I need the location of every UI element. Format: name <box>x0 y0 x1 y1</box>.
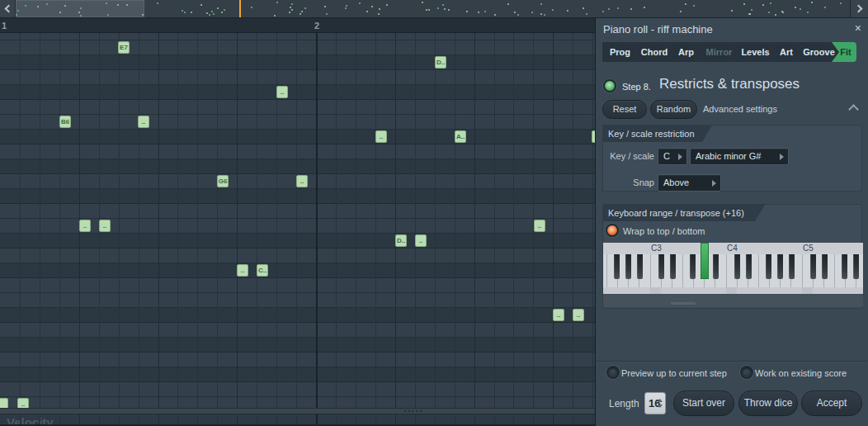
black-key[interactable] <box>777 254 783 279</box>
black-key[interactable] <box>822 254 828 279</box>
preview-note-dot <box>586 13 587 15</box>
note[interactable]: .. <box>553 309 564 321</box>
grid-line <box>237 33 238 408</box>
black-key[interactable] <box>713 254 719 279</box>
note[interactable]: A.. <box>455 130 466 143</box>
black-key[interactable] <box>658 254 664 279</box>
highlighted-key-gsharp3[interactable] <box>701 243 709 279</box>
scroll-left-button[interactable] <box>0 0 16 17</box>
preview-note-dot <box>300 13 301 15</box>
grid-line <box>139 33 139 408</box>
grid-row <box>0 144 595 159</box>
note[interactable]: .. <box>237 264 248 277</box>
note[interactable]: .. <box>573 309 584 321</box>
note[interactable]: D.. <box>395 234 407 247</box>
tab-prog[interactable]: Prog <box>602 42 638 62</box>
throw-dice-button[interactable]: Throw dice <box>738 390 798 416</box>
random-button[interactable]: Random <box>650 100 697 119</box>
black-key[interactable] <box>842 254 847 279</box>
black-key[interactable] <box>625 254 631 279</box>
note[interactable]: .. <box>138 116 149 128</box>
note[interactable]: B6 <box>59 116 71 128</box>
note[interactable]: C.. <box>257 264 268 277</box>
wrap-radio-label[interactable]: Wrap to top / bottom <box>623 226 705 236</box>
note[interactable] <box>0 398 8 408</box>
black-key[interactable] <box>690 254 696 279</box>
black-key[interactable] <box>789 254 795 279</box>
black-key[interactable] <box>810 254 816 279</box>
preview-note-dot <box>25 5 26 7</box>
keyboard-scrollbar[interactable] <box>603 295 863 307</box>
preview-note-dot <box>751 9 752 11</box>
preview-step-radio[interactable] <box>608 367 618 377</box>
octave-label: C4 <box>727 244 738 253</box>
pattern-preview[interactable] <box>16 0 850 17</box>
accept-button[interactable]: Accept <box>801 390 862 416</box>
black-key[interactable] <box>637 254 643 279</box>
preview-note-dot <box>366 11 368 12</box>
black-key[interactable] <box>766 254 771 279</box>
black-key[interactable] <box>734 254 740 279</box>
note[interactable]: G6 <box>217 175 229 187</box>
preview-note-dot <box>540 3 542 5</box>
preview-step-radio-label[interactable]: Preview up to current step <box>621 368 727 378</box>
preview-note-dot <box>378 13 380 15</box>
white-key-separator <box>606 254 607 287</box>
step-active-led[interactable] <box>605 81 615 91</box>
preview-note-dot <box>107 14 109 16</box>
note[interactable]: .. <box>534 220 545 232</box>
existing-score-radio-label[interactable]: Work on existing score <box>755 368 847 378</box>
note[interactable]: .. <box>17 398 29 408</box>
grid-line <box>395 33 396 408</box>
note[interactable]: D.. <box>435 56 446 69</box>
close-icon[interactable]: × <box>855 22 861 34</box>
preview-note-dot <box>301 11 303 12</box>
grid-line <box>435 33 436 408</box>
grid-row <box>0 70 595 85</box>
stepper-up-icon[interactable] <box>658 399 663 402</box>
preview-note-dot <box>840 2 842 4</box>
timeline-ruler[interactable]: 12 <box>0 18 595 33</box>
scale-select[interactable]: Arabic minor G# <box>690 148 789 165</box>
preview-note-dot <box>693 5 695 7</box>
black-key[interactable] <box>614 254 620 279</box>
length-stepper[interactable]: 16 <box>644 392 666 414</box>
velocity-divider-handle[interactable] <box>0 408 595 414</box>
black-key[interactable] <box>853 254 859 279</box>
playhead-marker[interactable] <box>239 0 241 17</box>
preview-note-dot <box>371 6 373 7</box>
preview-note-dot <box>762 4 764 6</box>
key-select[interactable]: C <box>658 148 687 165</box>
piano-roll-grid[interactable]: E7D....B6....A..G6........D......C......… <box>0 33 595 408</box>
note[interactable]: E7 <box>118 41 130 54</box>
note[interactable]: .. <box>79 220 91 232</box>
note[interactable]: .. <box>415 234 427 247</box>
keyboard-scrollbar-handle[interactable] <box>671 302 696 305</box>
stepper-down-icon[interactable] <box>658 405 663 408</box>
key-select-value: C <box>663 151 670 161</box>
white-key-separator <box>682 254 683 287</box>
note[interactable]: .. <box>296 175 308 187</box>
dropdown-arrow-icon <box>678 154 682 160</box>
grid-line <box>119 33 120 408</box>
note[interactable]: .. <box>375 130 387 143</box>
start-over-button[interactable]: Start over <box>673 390 734 416</box>
chevron-up-icon[interactable] <box>848 104 859 115</box>
preview-note-dot <box>426 9 427 11</box>
grid-line <box>20 33 21 408</box>
snap-select[interactable]: Above <box>658 174 721 192</box>
wrap-radio-led[interactable] <box>607 225 617 235</box>
black-key[interactable] <box>746 254 752 279</box>
advanced-settings-label[interactable]: Advanced settings <box>703 104 777 114</box>
scroll-right-button[interactable] <box>850 0 868 17</box>
note[interactable]: .. <box>276 86 288 98</box>
note[interactable]: .. <box>99 220 111 232</box>
reset-button[interactable]: Reset <box>602 100 647 119</box>
existing-score-radio[interactable] <box>742 367 752 377</box>
preview-scroll-strip[interactable] <box>0 0 868 18</box>
octave-key-shadow <box>650 287 661 294</box>
preview-note-dot <box>807 12 809 13</box>
black-key[interactable] <box>670 254 676 279</box>
range-keyboard[interactable]: C3C4C5 <box>603 243 863 294</box>
preview-note-dot <box>731 10 733 12</box>
